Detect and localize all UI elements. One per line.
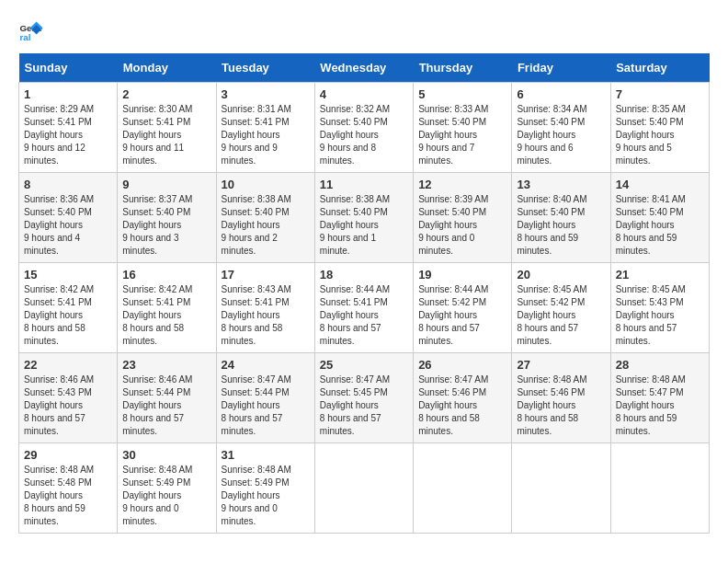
cell-info: Sunrise: 8:36 AM Sunset: 5:40 PM Dayligh…: [24, 193, 112, 258]
calendar-cell: 7 Sunrise: 8:35 AM Sunset: 5:40 PM Dayli…: [610, 83, 709, 173]
cell-info: Sunrise: 8:39 AM Sunset: 5:40 PM Dayligh…: [418, 193, 506, 258]
day-number: 4: [320, 87, 408, 101]
calendar-cell: 13 Sunrise: 8:40 AM Sunset: 5:40 PM Dayl…: [512, 173, 610, 263]
day-number: 29: [24, 448, 112, 462]
cell-info: Sunrise: 8:41 AM Sunset: 5:40 PM Dayligh…: [616, 193, 704, 258]
logo: Gene ral: [18, 18, 48, 44]
day-number: 17: [222, 268, 310, 282]
calendar-cell: 21 Sunrise: 8:45 AM Sunset: 5:43 PM Dayl…: [610, 263, 709, 353]
calendar-cell: 10 Sunrise: 8:38 AM Sunset: 5:40 PM Dayl…: [216, 173, 314, 263]
calendar-cell: 25 Sunrise: 8:47 AM Sunset: 5:45 PM Dayl…: [314, 353, 413, 443]
calendar-cell: 29 Sunrise: 8:48 AM Sunset: 5:48 PM Dayl…: [19, 443, 118, 534]
day-number: 30: [122, 448, 210, 462]
day-number: 8: [24, 178, 112, 191]
header: Gene ral: [18, 18, 710, 44]
cell-info: Sunrise: 8:40 AM Sunset: 5:40 PM Dayligh…: [517, 193, 605, 258]
calendar-cell: 31 Sunrise: 8:48 AM Sunset: 5:49 PM Dayl…: [216, 443, 314, 534]
cell-info: Sunrise: 8:42 AM Sunset: 5:41 PM Dayligh…: [122, 283, 210, 348]
day-number: 11: [320, 178, 408, 191]
day-number: 14: [616, 178, 704, 191]
calendar-cell: [512, 443, 610, 534]
calendar-cell: [610, 443, 709, 534]
cell-info: Sunrise: 8:32 AM Sunset: 5:40 PM Dayligh…: [320, 103, 408, 167]
day-number: 26: [418, 358, 506, 372]
cell-info: Sunrise: 8:46 AM Sunset: 5:44 PM Dayligh…: [122, 373, 210, 438]
weekday-header: Tuesday: [216, 53, 314, 83]
day-number: 31: [222, 448, 310, 462]
calendar-cell: [414, 443, 512, 534]
calendar-cell: 18 Sunrise: 8:44 AM Sunset: 5:41 PM Dayl…: [314, 263, 413, 353]
day-number: 1: [24, 87, 112, 101]
day-number: 13: [517, 178, 605, 191]
day-number: 24: [222, 358, 310, 372]
day-number: 2: [122, 87, 210, 101]
calendar-cell: 16 Sunrise: 8:42 AM Sunset: 5:41 PM Dayl…: [118, 263, 216, 353]
cell-info: Sunrise: 8:48 AM Sunset: 5:49 PM Dayligh…: [122, 464, 210, 528]
calendar-cell: 30 Sunrise: 8:48 AM Sunset: 5:49 PM Dayl…: [118, 443, 216, 534]
cell-info: Sunrise: 8:47 AM Sunset: 5:45 PM Dayligh…: [320, 373, 408, 438]
calendar-cell: 5 Sunrise: 8:33 AM Sunset: 5:40 PM Dayli…: [414, 83, 512, 173]
day-number: 22: [24, 358, 112, 372]
weekday-header: Monday: [118, 53, 216, 83]
calendar-week-row: 15 Sunrise: 8:42 AM Sunset: 5:41 PM Dayl…: [19, 263, 710, 353]
day-number: 25: [320, 358, 408, 372]
calendar-cell: 20 Sunrise: 8:45 AM Sunset: 5:42 PM Dayl…: [512, 263, 610, 353]
calendar-cell: 28 Sunrise: 8:48 AM Sunset: 5:47 PM Dayl…: [610, 353, 709, 443]
day-number: 27: [517, 358, 605, 372]
calendar-cell: 15 Sunrise: 8:42 AM Sunset: 5:41 PM Dayl…: [19, 263, 118, 353]
cell-info: Sunrise: 8:47 AM Sunset: 5:44 PM Dayligh…: [222, 373, 310, 438]
cell-info: Sunrise: 8:34 AM Sunset: 5:40 PM Dayligh…: [517, 103, 605, 167]
day-number: 3: [222, 87, 310, 101]
cell-info: Sunrise: 8:48 AM Sunset: 5:47 PM Dayligh…: [616, 373, 704, 438]
weekday-header: Thursday: [414, 53, 512, 83]
cell-info: Sunrise: 8:38 AM Sunset: 5:40 PM Dayligh…: [320, 193, 408, 258]
day-number: 5: [418, 87, 506, 101]
calendar-cell: 12 Sunrise: 8:39 AM Sunset: 5:40 PM Dayl…: [414, 173, 512, 263]
day-number: 19: [418, 268, 506, 282]
day-number: 15: [24, 268, 112, 282]
calendar-cell: 4 Sunrise: 8:32 AM Sunset: 5:40 PM Dayli…: [314, 83, 413, 173]
calendar-header-row: SundayMondayTuesdayWednesdayThursdayFrid…: [19, 53, 710, 83]
calendar-week-row: 1 Sunrise: 8:29 AM Sunset: 5:41 PM Dayli…: [19, 83, 710, 173]
weekday-header: Wednesday: [314, 53, 413, 83]
calendar-cell: 23 Sunrise: 8:46 AM Sunset: 5:44 PM Dayl…: [118, 353, 216, 443]
calendar-cell: 6 Sunrise: 8:34 AM Sunset: 5:40 PM Dayli…: [512, 83, 610, 173]
day-number: 18: [320, 268, 408, 282]
calendar-cell: [314, 443, 413, 534]
day-number: 16: [122, 268, 210, 282]
logo-icon: Gene ral: [18, 18, 44, 44]
day-number: 6: [517, 87, 605, 101]
cell-info: Sunrise: 8:37 AM Sunset: 5:40 PM Dayligh…: [122, 193, 210, 258]
calendar-cell: 8 Sunrise: 8:36 AM Sunset: 5:40 PM Dayli…: [19, 173, 118, 263]
day-number: 28: [616, 358, 704, 372]
calendar-cell: 9 Sunrise: 8:37 AM Sunset: 5:40 PM Dayli…: [118, 173, 216, 263]
cell-info: Sunrise: 8:48 AM Sunset: 5:48 PM Dayligh…: [24, 464, 112, 528]
cell-info: Sunrise: 8:31 AM Sunset: 5:41 PM Dayligh…: [222, 103, 310, 167]
cell-info: Sunrise: 8:30 AM Sunset: 5:41 PM Dayligh…: [122, 103, 210, 167]
calendar-week-row: 22 Sunrise: 8:46 AM Sunset: 5:43 PM Dayl…: [19, 353, 710, 443]
cell-info: Sunrise: 8:44 AM Sunset: 5:41 PM Dayligh…: [320, 283, 408, 348]
day-number: 20: [517, 268, 605, 282]
cell-info: Sunrise: 8:48 AM Sunset: 5:49 PM Dayligh…: [222, 464, 310, 528]
calendar-cell: 11 Sunrise: 8:38 AM Sunset: 5:40 PM Dayl…: [314, 173, 413, 263]
calendar-cell: 3 Sunrise: 8:31 AM Sunset: 5:41 PM Dayli…: [216, 83, 314, 173]
svg-text:ral: ral: [19, 32, 30, 42]
calendar-cell: 17 Sunrise: 8:43 AM Sunset: 5:41 PM Dayl…: [216, 263, 314, 353]
cell-info: Sunrise: 8:35 AM Sunset: 5:40 PM Dayligh…: [616, 103, 704, 167]
day-number: 21: [616, 268, 704, 282]
calendar-cell: 14 Sunrise: 8:41 AM Sunset: 5:40 PM Dayl…: [610, 173, 709, 263]
calendar-cell: 1 Sunrise: 8:29 AM Sunset: 5:41 PM Dayli…: [19, 83, 118, 173]
cell-info: Sunrise: 8:29 AM Sunset: 5:41 PM Dayligh…: [24, 103, 112, 167]
day-number: 9: [122, 178, 210, 191]
cell-info: Sunrise: 8:43 AM Sunset: 5:41 PM Dayligh…: [222, 283, 310, 348]
cell-info: Sunrise: 8:45 AM Sunset: 5:43 PM Dayligh…: [616, 283, 704, 348]
calendar-week-row: 29 Sunrise: 8:48 AM Sunset: 5:48 PM Dayl…: [19, 443, 710, 534]
calendar-cell: 22 Sunrise: 8:46 AM Sunset: 5:43 PM Dayl…: [19, 353, 118, 443]
day-number: 7: [616, 87, 704, 101]
cell-info: Sunrise: 8:42 AM Sunset: 5:41 PM Dayligh…: [24, 283, 112, 348]
calendar-cell: 27 Sunrise: 8:48 AM Sunset: 5:46 PM Dayl…: [512, 353, 610, 443]
cell-info: Sunrise: 8:48 AM Sunset: 5:46 PM Dayligh…: [517, 373, 605, 438]
calendar-table: SundayMondayTuesdayWednesdayThursdayFrid…: [18, 53, 710, 534]
day-number: 10: [222, 178, 310, 191]
calendar-cell: 19 Sunrise: 8:44 AM Sunset: 5:42 PM Dayl…: [414, 263, 512, 353]
